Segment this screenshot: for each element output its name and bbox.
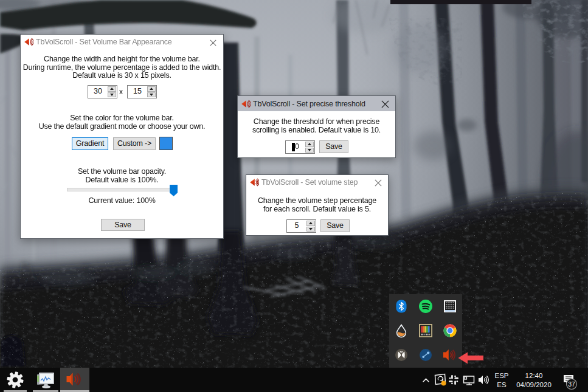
svg-text:12:40: 12:40 [525, 372, 543, 379]
svg-text:37: 37 [568, 380, 575, 388]
svg-text:ESP: ESP [494, 372, 508, 379]
svg-text:04/09/2020: 04/09/2020 [516, 381, 552, 388]
svg-text:ES: ES [497, 381, 507, 388]
